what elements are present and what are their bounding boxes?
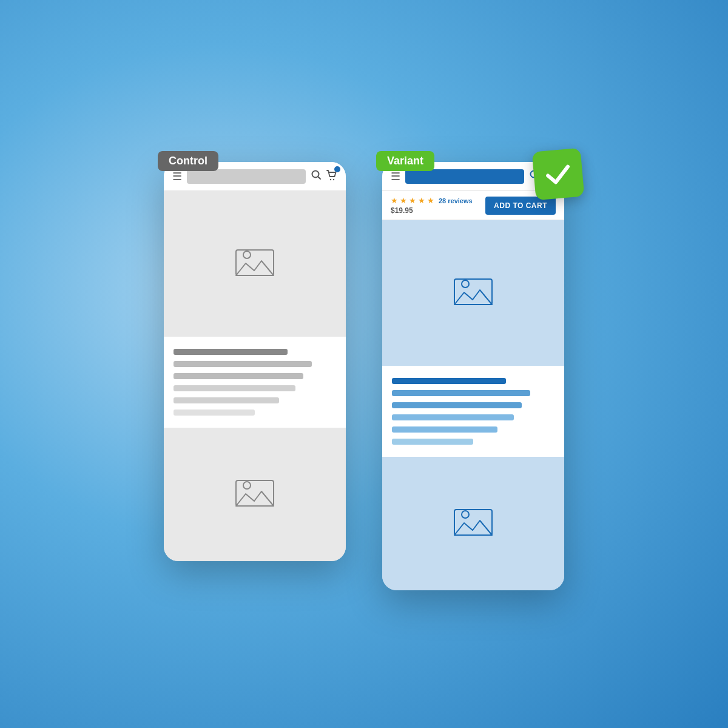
svg-point-14	[462, 511, 469, 518]
variant-search-bar[interactable]	[405, 169, 524, 184]
control-search-icon[interactable]	[311, 169, 322, 183]
variant-phone-wrapper: Variant ☰	[382, 162, 564, 590]
star-1: ★	[391, 196, 398, 205]
variant-hamburger-icon[interactable]: ☰	[391, 170, 400, 183]
star-3: ★	[409, 196, 416, 205]
variant-phone: ☰	[382, 162, 564, 590]
variant-stars-row: ★ ★ ★ ★ ★ 28 reviews	[391, 196, 473, 205]
variant-content-section	[382, 366, 564, 457]
variant-image-icon	[452, 275, 494, 311]
variant-line-4	[392, 414, 514, 420]
svg-point-6	[243, 482, 251, 489]
control-cart-badge	[334, 166, 340, 172]
variant-line-6	[392, 439, 473, 445]
variant-sticky-left: ★ ★ ★ ★ ★ 28 reviews $19.95	[391, 196, 473, 215]
variant-line-1	[392, 378, 506, 384]
svg-point-2	[330, 178, 331, 180]
sticky-price: $19.95	[391, 206, 473, 215]
variant-bottom-image-icon	[452, 506, 494, 542]
svg-point-3	[333, 178, 334, 180]
control-line-4	[174, 385, 295, 391]
svg-line-1	[318, 177, 321, 180]
control-content-section	[164, 337, 346, 428]
variant-line-2	[392, 390, 530, 396]
star-2: ★	[400, 196, 407, 205]
svg-rect-7	[236, 480, 274, 506]
control-phone: ☰	[164, 162, 346, 561]
variant-label: Variant	[376, 151, 434, 171]
control-bottom-section	[164, 428, 346, 561]
control-line-3	[174, 373, 303, 379]
control-label: Control	[158, 151, 218, 171]
star-4: ★	[418, 196, 425, 205]
control-hero-section	[164, 191, 346, 337]
variant-line-5	[392, 426, 497, 433]
review-count: 28 reviews	[439, 197, 473, 204]
control-nav-icons	[311, 169, 337, 184]
control-hamburger-icon[interactable]: ☰	[172, 170, 182, 183]
variant-line-3	[392, 402, 522, 408]
svg-rect-5	[236, 250, 274, 275]
variant-bottom-section	[382, 457, 564, 590]
control-bottom-image-icon	[234, 477, 276, 513]
control-image-placeholder	[234, 246, 276, 282]
star-5: ★	[427, 196, 434, 205]
variant-image-placeholder	[452, 275, 494, 311]
svg-rect-15	[454, 510, 492, 535]
control-phone-wrapper: Control ☰	[164, 162, 346, 561]
control-line-5	[174, 397, 279, 403]
variant-hero-section	[382, 220, 564, 366]
control-line-6	[174, 410, 255, 416]
control-search-bar[interactable]	[187, 169, 306, 184]
checkmark-badge	[532, 148, 585, 201]
svg-point-4	[243, 251, 251, 258]
svg-point-12	[462, 280, 469, 288]
control-line-2	[174, 361, 312, 367]
svg-rect-13	[454, 279, 492, 305]
control-cart-icon[interactable]	[325, 169, 337, 184]
variant-bottom-image-placeholder	[452, 506, 494, 542]
stage: Control ☰	[164, 138, 564, 590]
control-line-1	[174, 349, 288, 355]
control-bottom-image-placeholder	[234, 477, 276, 513]
control-image-icon	[234, 246, 276, 282]
